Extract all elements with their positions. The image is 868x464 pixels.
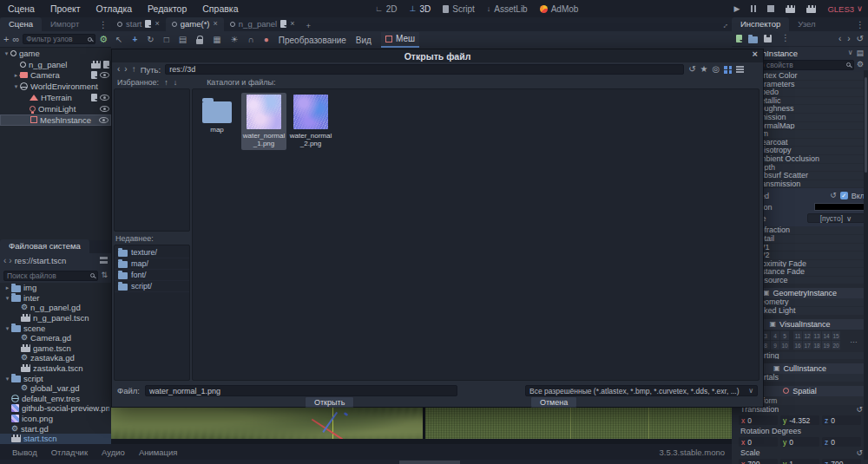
instance-scene-icon[interactable]: ∞ (12, 35, 19, 44)
favorite-down-icon[interactable]: ↓ (174, 79, 178, 87)
refresh-icon[interactable]: ↺ (688, 65, 695, 74)
tab-Инспектор[interactable]: Инспектор (732, 17, 789, 31)
recent-dir-texture/[interactable]: texture/ (115, 247, 189, 258)
fs-item-n_g_panel.tscn[interactable]: n_g_panel.tscn (0, 313, 111, 323)
grid-view-icon[interactable] (724, 66, 732, 74)
close-icon[interactable]: × (290, 20, 294, 28)
y-field[interactable]: y0 (780, 437, 819, 447)
revert-icon[interactable]: ↺ (830, 192, 837, 199)
filter-dropdown[interactable]: Все разрешённые (*.atlastex, *.bmp, *.cu… (525, 385, 758, 396)
fs-item-github-social-preview.png[interactable]: github-social-preview.png (0, 403, 111, 414)
layer-toggle-16[interactable]: 16 (793, 341, 802, 350)
dir-back-icon[interactable]: ‹ (117, 65, 120, 74)
layer-toggle-20[interactable]: 20 (832, 341, 840, 350)
expander-icon[interactable]: ▸ (3, 284, 11, 291)
scene-node-n_g_panel[interactable]: n_g_panel (0, 59, 111, 70)
revert-icon[interactable]: ↺ (856, 406, 863, 414)
rotate-icon[interactable]: ↻ (147, 36, 154, 44)
inspector-scrollbar[interactable] (864, 70, 868, 460)
color-swatch[interactable] (814, 203, 865, 211)
viewport-menu-Преобразование[interactable]: Преобразование (279, 36, 346, 45)
recent-dir-map/[interactable]: map/ (115, 258, 189, 270)
lock-icon[interactable] (196, 39, 203, 44)
fs-item-n_g_panel.gd[interactable]: ⚙n_g_panel.gd (0, 303, 111, 313)
script-icon[interactable] (103, 61, 109, 69)
x-field[interactable]: x0 (739, 415, 778, 425)
file-item-water_normal_1.png[interactable]: water_normal_1.png (241, 93, 286, 150)
list-view-icon[interactable] (736, 66, 744, 74)
attach-script-icon[interactable]: ⚙ (99, 35, 108, 44)
dir-forward-icon[interactable]: › (124, 65, 127, 74)
move-icon[interactable]: + (132, 36, 137, 44)
viewport-menu-mesh[interactable]: Меш (381, 32, 419, 48)
property-tools-icon[interactable]: ⚙ (857, 61, 864, 69)
scene-node-HTerrain[interactable]: HTerrain (0, 92, 111, 103)
cancel-button[interactable]: Отмена (530, 396, 577, 408)
layer-toggle-11[interactable]: 11 (793, 331, 802, 340)
eye-icon[interactable] (99, 117, 108, 123)
revert-icon[interactable]: ↺ (856, 449, 863, 457)
bottom-panel-Отладчик[interactable]: Отладчик (51, 448, 88, 457)
z-field[interactable]: z0 (822, 415, 861, 425)
fs-item-Camera.gd[interactable]: ⚙Camera.gd (0, 333, 111, 343)
fs-item-game.tscn[interactable]: game.tscn (0, 343, 111, 354)
menu-Справка[interactable]: Справка (194, 3, 246, 14)
list-select-icon[interactable]: ▤ (179, 36, 187, 44)
expander-icon[interactable]: ▾ (12, 83, 20, 89)
layer-toggle-15[interactable]: 15 (832, 331, 840, 340)
scene-node-OmniLight[interactable]: OmniLight (0, 103, 111, 114)
expander-icon[interactable]: ▾ (3, 295, 11, 301)
favorite-up-icon[interactable]: ↑ (164, 79, 168, 87)
save-resource-icon[interactable] (764, 35, 772, 42)
fs-item-img[interactable]: ▸img (0, 283, 111, 293)
local-space-icon[interactable]: ☀ (231, 36, 239, 44)
recent-dir-script/[interactable]: script/ (115, 281, 189, 292)
close-icon[interactable]: × (753, 49, 758, 59)
fs-item-global_var.gd[interactable]: ⚙global_var.gd (0, 383, 111, 394)
tab-filesystem[interactable]: Файловая система (0, 239, 89, 253)
bottom-panel-Вывод[interactable]: Вывод (12, 448, 37, 457)
scene-node-WorldEnvironment[interactable]: ▾WorldEnvironment (0, 81, 111, 92)
favorites-list[interactable] (114, 88, 190, 232)
expander-icon[interactable]: ▾ (3, 50, 10, 56)
layer-toggle-10[interactable]: 10 (780, 341, 789, 350)
play-custom-scene-icon[interactable] (806, 5, 816, 13)
layer-toggle-13[interactable]: 13 (812, 331, 821, 340)
x-field[interactable]: x700 (739, 459, 778, 464)
play-icon[interactable]: ▶ (733, 5, 740, 13)
eye-icon[interactable] (100, 106, 109, 112)
eye-icon[interactable] (100, 72, 109, 78)
history-back-icon[interactable]: ‹ (838, 35, 841, 43)
layers-more-icon[interactable]: … (850, 337, 858, 344)
fs-item-scene[interactable]: ▾scene (0, 323, 111, 333)
checkbox-checked-icon[interactable]: ✓ (840, 192, 848, 199)
group-icon[interactable]: ▦ (213, 36, 220, 44)
toggle-hidden-icon[interactable]: ◎ (713, 65, 720, 74)
filename-input[interactable]: water_normal_1.png (145, 385, 457, 396)
workspace-assetlib[interactable]: ↓AssetLib (487, 4, 528, 14)
dir-up-icon[interactable]: ↑ (132, 65, 136, 74)
snap-icon[interactable]: ∩ (248, 36, 254, 44)
history-forward-icon[interactable]: › (847, 35, 850, 43)
add-node-icon[interactable]: + (3, 35, 9, 44)
expander-icon[interactable]: ▾ (3, 376, 11, 382)
layer-toggle-17[interactable]: 17 (803, 341, 812, 350)
sort-icon[interactable]: ⇅ (101, 271, 108, 279)
workspace-admob[interactable]: AdMob (540, 4, 579, 14)
scene-node-game[interactable]: ▾game (0, 48, 111, 59)
z-field[interactable]: z700 (822, 459, 861, 464)
menu-Сцена[interactable]: Сцена (0, 3, 43, 14)
z-field[interactable]: z0 (822, 437, 861, 447)
layer-toggle-12[interactable]: 12 (803, 331, 812, 340)
scene-tab-n_g_panel[interactable]: n_g_panel× (224, 17, 301, 31)
bottom-panel-Анимация[interactable]: Анимация (139, 448, 178, 457)
layer-toggle-4[interactable]: 4 (771, 331, 779, 340)
menu-Отладка[interactable]: Отладка (89, 3, 141, 14)
file-item-water_normal_2.png[interactable]: water_normal_2.png (288, 93, 333, 150)
resource-dropdown[interactable]: [пусто]∨ (807, 213, 865, 223)
script-icon[interactable] (91, 71, 97, 79)
play-scene-icon[interactable] (786, 5, 795, 13)
environment-icon[interactable]: ● (264, 36, 269, 44)
resource-menu-icon[interactable]: ⋮ (778, 34, 793, 44)
y-field[interactable]: y-4.352 (780, 415, 819, 425)
